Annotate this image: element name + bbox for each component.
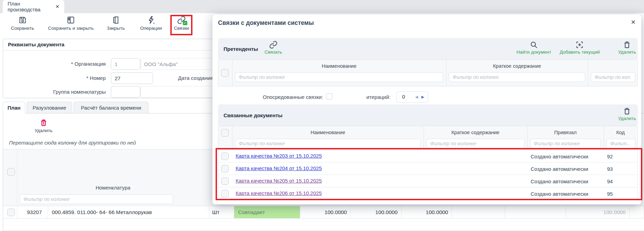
- tab-time-balance[interactable]: Расчёт баланса времени: [74, 102, 149, 113]
- row-qty1-cell: 100.0000: [300, 206, 350, 218]
- linked-code-filter[interactable]: [606, 139, 635, 148]
- linked-by-cell: Создано автоматически: [527, 175, 604, 187]
- linked-select-all-checkbox[interactable]: [221, 129, 229, 137]
- close-button[interactable]: Закрыть: [107, 16, 125, 31]
- save-close-icon: [66, 16, 75, 25]
- linked-docs-panel: Связанные документы Удалить: [218, 104, 638, 126]
- linked-linked-by-filter[interactable]: [530, 139, 601, 148]
- tab-razuzlovanie[interactable]: Разузлование: [27, 102, 72, 113]
- tab-title: План производства: [8, 1, 51, 12]
- nomenclature-filter-input[interactable]: [20, 194, 173, 204]
- tab-close-icon[interactable]: ✕: [55, 4, 59, 9]
- code-cell: 93: [604, 163, 638, 175]
- org-code-field[interactable]: [111, 58, 140, 70]
- row-qty-total-cell: 100.0000: [566, 206, 629, 218]
- linked-col-code[interactable]: Код: [604, 130, 637, 135]
- link-action-label: Связать: [265, 49, 282, 55]
- linked-summary-filter[interactable]: [426, 139, 524, 148]
- operations-button[interactable]: Операции: [140, 16, 162, 31]
- select-all-checkbox[interactable]: [7, 168, 15, 176]
- plan-table-row[interactable]: 93207 000.4859. 011.000- 64- 66 Металлор…: [3, 206, 644, 219]
- close-doc-icon: [111, 16, 120, 25]
- linked-doc-row[interactable]: Карта качества №206 от 15.10.2025 Создан…: [218, 187, 637, 200]
- link-action-button[interactable]: Связать: [265, 40, 282, 55]
- group-code-field[interactable]: [111, 86, 140, 98]
- save-close-button[interactable]: Сохранить и закрыть: [48, 16, 94, 31]
- candidates-title: Претенденты: [224, 38, 258, 59]
- nomenclature-column-header[interactable]: Номенклатура: [17, 185, 209, 191]
- linked-col-linked-by[interactable]: Привязал: [527, 130, 604, 135]
- row-empty-cell: [505, 206, 566, 218]
- number-field[interactable]: [111, 72, 153, 84]
- plan-delete-button[interactable]: Удалить: [35, 119, 53, 133]
- links-chain-icon: ✓: [177, 16, 186, 25]
- trash-icon: [39, 119, 48, 127]
- candidates-summary-filter[interactable]: [449, 72, 585, 82]
- trash-icon: [623, 40, 631, 49]
- row-checkbox[interactable]: [7, 209, 15, 216]
- row-checkbox[interactable]: [221, 177, 229, 185]
- linked-doc-link[interactable]: Карта качества №203 от 15.10.2025: [236, 153, 322, 159]
- linked-doc-link[interactable]: Карта качества №205 от 15.10.2025: [236, 178, 322, 184]
- iterations-decrement-icon[interactable]: ◀: [415, 95, 418, 99]
- operations-label: Операции: [140, 26, 162, 31]
- find-document-label: Найти документ: [517, 49, 551, 55]
- linked-delete-button[interactable]: Удалить: [618, 107, 636, 121]
- code-cell: 94: [604, 175, 638, 187]
- iterations-increment-icon[interactable]: ▶: [422, 95, 424, 99]
- tab-production-plan[interactable]: План производства ✕: [3, 0, 64, 13]
- candidates-name-filter[interactable]: [235, 72, 443, 82]
- links-dialog: Связки с документами системы ✕ Претенден…: [212, 15, 641, 204]
- trash-icon: [623, 107, 631, 115]
- linked-docs-title: Связанные документы: [224, 104, 283, 126]
- linked-doc-link[interactable]: Карта качества №206 от 15.10.2025: [236, 190, 322, 196]
- linked-docs-table: Наименование Краткое содержание Привязал…: [218, 126, 638, 199]
- chain-icon: [269, 40, 277, 49]
- dialog-close-icon[interactable]: ✕: [631, 19, 636, 26]
- linked-doc-row[interactable]: Карта качества №203 от 15.10.2025 Создан…: [218, 150, 637, 163]
- creation-date-label: Дата создания: [152, 75, 213, 81]
- add-current-button[interactable]: Добавить текущий: [560, 40, 600, 55]
- linked-col-name[interactable]: Наименование: [232, 130, 424, 135]
- dialog-title: Связки с документами системы: [218, 19, 314, 27]
- requisites-title: Реквизиты документа: [8, 41, 64, 47]
- find-document-button[interactable]: Найти документ: [517, 40, 551, 55]
- row-checkbox[interactable]: [221, 153, 229, 160]
- candidates-panel: Претенденты Связать Найти документ Добав…: [218, 38, 638, 59]
- linked-doc-row[interactable]: Карта качества №205 от 15.10.2025 Создан…: [218, 175, 637, 187]
- linked-by-cell: Создано автоматически: [527, 187, 604, 200]
- tab-plan-label: План: [8, 105, 21, 111]
- row-id-cell: 93207: [17, 206, 48, 218]
- links-button[interactable]: ✓ Связки: [174, 16, 189, 31]
- linked-by-cell: Создано автоматически: [527, 150, 604, 163]
- indirect-links-checkbox[interactable]: [326, 93, 332, 100]
- linked-col-summary[interactable]: Краткое содержание: [424, 130, 527, 135]
- tab-razuzlovanie-label: Разузлование: [32, 105, 66, 111]
- indirect-links-label: Опосредованные связки:: [254, 94, 323, 100]
- tab-plan[interactable]: План: [3, 102, 25, 113]
- org-label: * Организация: [3, 61, 106, 67]
- linked-doc-row[interactable]: Карта качества №204 от 15.10.2025 Создан…: [218, 162, 637, 175]
- add-current-icon: [575, 40, 584, 49]
- candidates-extra-filter[interactable]: [591, 72, 635, 82]
- row-checkbox[interactable]: [221, 165, 229, 173]
- save-label: Сохранить: [11, 26, 34, 31]
- row-empty-cell: [629, 206, 644, 218]
- linked-by-cell: Создано автоматически: [527, 163, 604, 175]
- group-by-hint: Перетащите сюда колонку для группировки …: [9, 140, 136, 146]
- save-button[interactable]: Сохранить: [11, 16, 34, 31]
- row-status-cell: Совпадает: [234, 206, 300, 218]
- code-cell: 92: [604, 150, 638, 163]
- tab-bar: План производства ✕: [0, 0, 644, 13]
- iterations-stepper[interactable]: 0 ◀ ▶: [396, 91, 428, 103]
- candidates-delete-button[interactable]: Удалить: [618, 40, 636, 55]
- candidates-col-name[interactable]: Наименование: [232, 63, 446, 69]
- candidates-col-summary[interactable]: Краткое содержание: [446, 63, 588, 69]
- linked-name-filter[interactable]: [235, 139, 421, 148]
- candidates-delete-label: Удалить: [618, 49, 636, 55]
- operations-lightning-icon: [146, 16, 155, 25]
- linked-doc-link[interactable]: Карта качества №204 от 15.10.2025: [236, 165, 322, 171]
- iterations-label: итераций:: [344, 94, 390, 100]
- candidates-select-all-checkbox[interactable]: [221, 69, 229, 77]
- row-checkbox[interactable]: [221, 190, 229, 197]
